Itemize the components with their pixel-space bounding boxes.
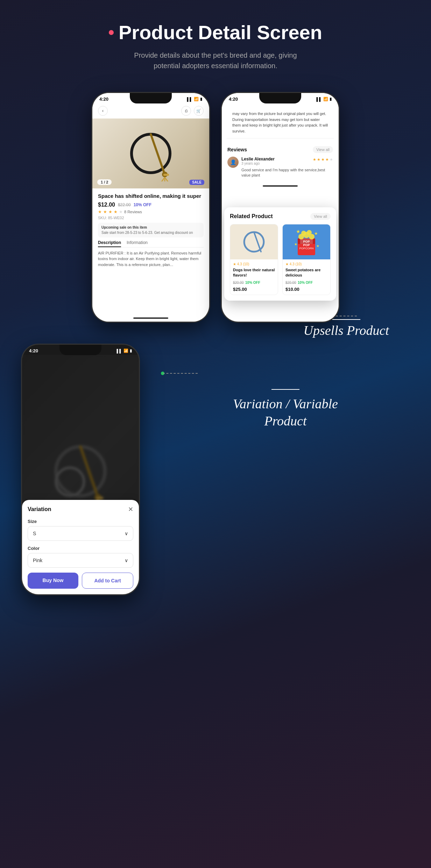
signal-icon-b: ▌▌ xyxy=(116,349,122,353)
phone-notch-left xyxy=(130,93,172,103)
related-cards: ★ 4.3 (10) Dogs love their natural flavo… xyxy=(230,224,331,295)
share-button[interactable]: ⎙ xyxy=(181,106,191,116)
svg-text:POP: POP xyxy=(303,240,310,243)
reviews-title: Reviews xyxy=(227,147,247,152)
related-view-all[interactable]: View all xyxy=(310,213,331,220)
svg-text:POP: POP xyxy=(303,243,310,247)
reviewer-avatar: 👤 xyxy=(227,157,239,168)
svg-text:POPCORN: POPCORN xyxy=(299,247,314,250)
price-original: $22.00 xyxy=(118,202,131,207)
related-card-2: POP POP POPCORN ★ ★ ★ xyxy=(282,224,331,295)
phone-nav-left: ‹ ⎙ 🛒 xyxy=(92,103,209,119)
reviews-header: Reviews View all xyxy=(227,146,333,153)
r-star-4: ★ xyxy=(325,157,329,162)
tab-description[interactable]: Description xyxy=(98,240,121,247)
upsells-connector-area: Upsells Product xyxy=(0,316,431,344)
back-button[interactable]: ‹ xyxy=(98,106,108,116)
battery-icon: ▮ xyxy=(200,97,202,101)
svg-rect-3 xyxy=(163,174,169,176)
star-1: ★ xyxy=(98,209,102,214)
buy-now-button[interactable]: Buy Now xyxy=(28,573,78,589)
phone-left-inner: 4:20 ▌▌ 📶 ▮ ‹ ⎙ 🛒 xyxy=(92,93,209,322)
r-star-2: ★ xyxy=(317,157,320,162)
product-info: Space has shifted online, making it supe… xyxy=(92,188,209,315)
tab-information[interactable]: Information xyxy=(127,240,148,247)
page-title: Product Detail Screen xyxy=(119,21,322,44)
size-value: S xyxy=(33,531,36,536)
signal-icon: ▌▌ xyxy=(187,97,192,101)
phones-row-1: 4:20 ▌▌ 📶 ▮ ‹ ⎙ 🛒 xyxy=(0,85,431,330)
phone-left: 4:20 ▌▌ 📶 ▮ ‹ ⎙ 🛒 xyxy=(91,92,210,323)
status-icons-left: ▌▌ 📶 ▮ xyxy=(187,97,202,101)
nav-icons: ⎙ 🛒 xyxy=(181,106,204,116)
size-select[interactable]: S ∨ xyxy=(28,526,133,541)
star-2: ★ xyxy=(103,209,107,214)
color-label: Color xyxy=(28,546,133,551)
sku-text: SKU: 85-WE02 xyxy=(98,216,204,220)
related-discount-1: 10% OFF xyxy=(245,281,260,285)
accent-dot-icon xyxy=(109,30,114,35)
description-text: AIR PURIFIER : It is an Air Purifying pl… xyxy=(98,250,204,268)
star-3: ★ xyxy=(108,209,112,214)
related-prices-2: $20.00 10% OFF xyxy=(285,279,327,285)
related-rating-2: ★ 4.3 (10) xyxy=(285,262,327,266)
star-5: ★ xyxy=(119,209,123,214)
reviewer-stars: ★ ★ ★ ★ ★ xyxy=(313,157,333,162)
scrolled-content: may vary from the picture but original p… xyxy=(222,103,339,142)
cart-button[interactable]: 🛒 xyxy=(194,106,204,116)
svg-point-7 xyxy=(244,232,264,252)
size-label: Size xyxy=(28,519,133,524)
phone-notch-bottom xyxy=(59,345,101,355)
bottom-right-content: Variation / VariableProduct xyxy=(140,344,410,595)
status-time-bottom: 4:20 xyxy=(29,348,38,353)
related-card-1: ★ 4.3 (10) Dogs love their natural flavo… xyxy=(230,224,278,295)
add-to-cart-button[interactable]: Add to Cart xyxy=(82,573,133,589)
upsells-label: Upsells Product xyxy=(303,323,389,338)
related-card-info-1: ★ 4.3 (10) Dogs love their natural flavo… xyxy=(230,259,278,295)
dashed-line-h xyxy=(336,316,357,316)
sale-badge: SALE xyxy=(189,180,204,185)
wifi-icon-r: 📶 xyxy=(323,97,328,101)
home-bar-right xyxy=(222,182,339,189)
r-star-3: ★ xyxy=(321,157,325,162)
reviews-view-all[interactable]: View all xyxy=(313,146,333,153)
phone-bottom: 4:20 ▌▌ 📶 ▮ xyxy=(21,344,140,595)
r-star-1: ★ xyxy=(313,157,316,162)
related-header: Related Product View all xyxy=(230,213,331,220)
page-subtitle: Provide details about the pet's breed an… xyxy=(14,50,417,71)
underline-bar-variation xyxy=(271,389,299,390)
related-price-1: $25.00 xyxy=(233,287,275,292)
home-indicator-right xyxy=(263,185,298,187)
related-title: Related Product xyxy=(230,213,273,220)
svg-text:★: ★ xyxy=(316,244,319,248)
color-value: Pink xyxy=(33,558,42,563)
stars-row: ★ ★ ★ ★ ★ 8 Reviews xyxy=(98,209,204,214)
reviews-count: 8 Reviews xyxy=(124,210,142,214)
product-name: Space has shifted online, making it supe… xyxy=(98,193,204,200)
wifi-icon-b: 📶 xyxy=(123,349,128,353)
star-4: ★ xyxy=(114,209,118,214)
underline-bar xyxy=(332,319,360,320)
variation-modal: Variation ✕ Size S ∨ Color Pink xyxy=(22,500,139,594)
variation-label-group: Variation / VariableProduct xyxy=(161,389,410,430)
bottom-row: 4:20 ▌▌ 📶 ▮ xyxy=(21,344,410,595)
modal-header: Variation ✕ xyxy=(28,505,133,513)
modal-close-button[interactable]: ✕ xyxy=(128,505,133,513)
phone-bottom-inner: 4:20 ▌▌ 📶 ▮ xyxy=(22,345,139,594)
color-select[interactable]: Pink ∨ xyxy=(28,553,133,568)
reviewer-date: 3 years ago xyxy=(241,162,275,165)
phone-notch-right xyxy=(259,93,301,103)
related-card-info-2: ★ 4.3 (10) Sweet potatoes are delicious … xyxy=(283,259,330,295)
color-form-group: Color Pink ∨ xyxy=(28,546,133,568)
chevron-down-icon: ∨ xyxy=(125,531,128,536)
price-current: $12.00 xyxy=(98,202,115,208)
reviewer-name: Leslie Alexander xyxy=(241,157,275,162)
related-original-1: $20.00 xyxy=(233,281,244,285)
chevron-down-icon-2: ∨ xyxy=(125,558,128,563)
sale-notice-title: Upcoming sale on this item xyxy=(101,225,200,229)
upsells-label-group: Upsells Product xyxy=(303,316,389,344)
signal-icon-r: ▌▌ xyxy=(316,97,322,101)
status-icons-right: ▌▌ 📶 ▮ xyxy=(316,97,332,101)
related-card-image-1 xyxy=(230,224,278,259)
related-product-overlay: Related Product View all ★ 4.3 xyxy=(224,207,336,301)
